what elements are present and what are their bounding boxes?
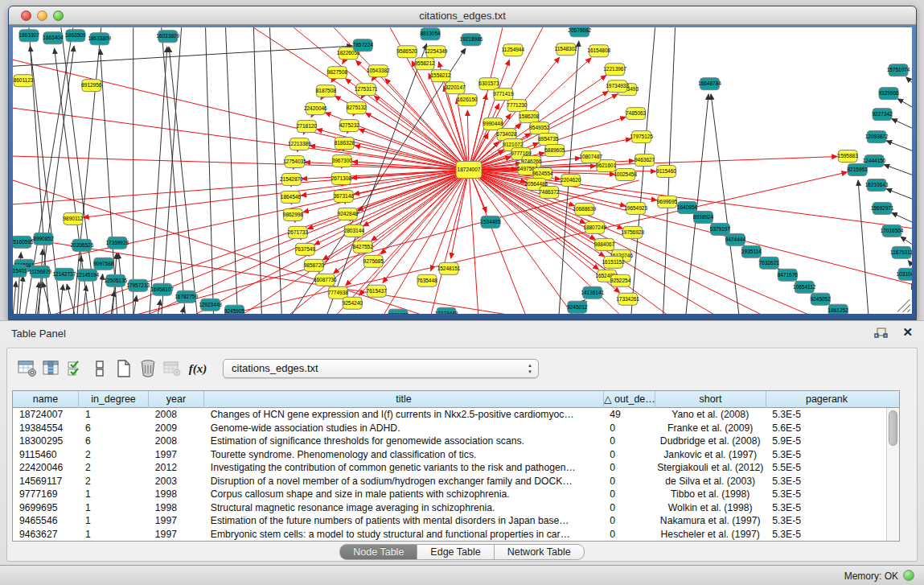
graph-node[interactable]: 9245905 (224, 305, 245, 314)
graph-node[interactable]: 9549352 (529, 122, 550, 134)
column-header-0[interactable]: name (13, 391, 79, 408)
graph-node[interactable]: 12254349 (425, 46, 448, 58)
graph-node[interactable]: 9097588 (93, 257, 114, 270)
column-visibility-icon[interactable] (39, 357, 64, 380)
graph-node[interactable]: 9245052 (811, 293, 832, 305)
graph-node[interactable]: 3220147 (445, 82, 466, 94)
close-panel-icon[interactable]: ✕ (902, 325, 913, 340)
graph-node[interactable]: 8954735 (538, 134, 559, 146)
graph-node[interactable]: 2718120 (297, 121, 318, 133)
graph-node[interactable]: 8187508 (316, 85, 337, 97)
graph-node[interactable]: 12223449 (435, 307, 458, 314)
graph-node[interactable]: 1863307 (18, 30, 39, 42)
function-builder-icon[interactable]: f(x) (184, 357, 211, 380)
graph-node[interactable]: 20578682 (568, 27, 591, 37)
graph-node[interactable]: 9242848 (338, 208, 359, 220)
graph-node[interactable]: 10807487 (579, 151, 602, 163)
graph-node[interactable]: 9827508 (327, 67, 348, 79)
table-row[interactable]: 2242004622012Investigating the contribut… (13, 461, 886, 475)
graph-node[interactable]: 10310495 (897, 268, 912, 280)
table-row[interactable]: 1830029562008Estimation of significance … (13, 435, 886, 448)
graph-node[interactable]: 12754035 (283, 156, 306, 168)
graph-node[interactable]: 9858720 (304, 259, 325, 271)
graph-node[interactable]: 9890112 (64, 212, 84, 225)
graph-node[interactable]: 9115460 (656, 166, 676, 178)
graph-node[interactable]: 17334261 (616, 293, 639, 305)
column-header-4[interactable]: △ out_de… (604, 391, 655, 408)
graph-node[interactable]: 1863509 (65, 30, 86, 42)
graph-node[interactable]: 18807249 (583, 221, 606, 233)
graph-node[interactable]: 8471676 (778, 269, 799, 281)
graph-node[interactable]: 1626150 (457, 94, 478, 106)
graph-node[interactable]: 1586208 (519, 111, 540, 123)
graph-node[interactable]: 12923448 (199, 299, 222, 311)
graph-node[interactable]: 21542870 (280, 173, 303, 185)
graph-node[interactable]: 16087736 (314, 274, 337, 286)
table-scrollbar[interactable] (886, 408, 899, 541)
graph-node[interactable]: 7635448 (417, 274, 437, 286)
graph-node[interactable]: 12213389 (288, 138, 311, 150)
graph-node[interactable]: 7771230 (507, 100, 528, 112)
graph-node[interactable]: 6379197 (710, 223, 731, 235)
graph-node[interactable]: 9884067 (594, 238, 615, 250)
table-settings-icon[interactable] (15, 357, 39, 380)
table-row[interactable]: 1872400712008Changes of HCN gene express… (13, 408, 886, 422)
graph-node[interactable]: 9227342 (872, 109, 893, 121)
graph-node[interactable]: 9558212 (414, 58, 435, 70)
rows-icon[interactable] (88, 357, 112, 380)
column-header-2[interactable]: year (149, 391, 204, 408)
table-row[interactable]: 1456911722003Disruption of a novel membe… (13, 475, 886, 488)
graph-node[interactable]: 20206526 (70, 239, 93, 251)
graph-node[interactable]: 19734933 (606, 80, 629, 93)
graph-node[interactable]: 7637549 (295, 243, 316, 255)
graph-node[interactable]: 11156829 (29, 266, 51, 278)
graph-node[interactable]: 3673148 (334, 190, 355, 202)
graph-node[interactable]: 9586520 (397, 46, 418, 58)
graph-node[interactable]: 8938924 (693, 211, 714, 223)
new-document-icon[interactable] (112, 357, 136, 380)
graph-node[interactable]: 15692971 (871, 202, 894, 214)
graph-node[interactable]: 9252254 (610, 274, 631, 286)
graph-node[interactable]: 1558212 (430, 70, 451, 82)
graph-node[interactable]: 10543382 (367, 65, 390, 77)
graph-node[interactable]: 25160595 (13, 236, 34, 248)
graph-node[interactable]: 16782759 (175, 290, 198, 303)
graph-node[interactable]: 8275132 (347, 102, 368, 114)
graph-node[interactable]: 7857224 (353, 39, 374, 51)
graph-node[interactable]: 9463627 (634, 154, 655, 167)
table-row[interactable]: 1938455462009Genome-wide association stu… (13, 422, 886, 435)
row-check-icon[interactable] (64, 357, 88, 380)
graph-node[interactable]: 2935114 (741, 245, 762, 257)
graph-node[interactable]: 16648784 (698, 78, 721, 90)
graph-node[interactable]: 17016504 (881, 225, 904, 237)
graph-node[interactable]: 10688639 (573, 203, 596, 215)
table-row[interactable]: 946362711997Embryonic stem cells: a mode… (13, 528, 886, 542)
graph-node[interactable]: 6889605 (544, 145, 565, 157)
graph-node[interactable]: 12142737 (52, 268, 76, 280)
graph-node[interactable]: 14136141 (581, 286, 604, 299)
column-header-5[interactable]: short (655, 391, 766, 408)
graph-node[interactable]: 11548302 (555, 43, 578, 56)
graph-node[interactable]: 10025458 (614, 169, 637, 181)
graph-node[interactable]: 2204620 (561, 174, 581, 186)
graph-node[interactable]: 9699695 (657, 196, 678, 208)
graph-node[interactable]: 8813054 (420, 28, 441, 40)
graph-node[interactable]: 16033809 (156, 31, 179, 43)
graph-node[interactable]: 2803144 (344, 225, 365, 237)
graph-node[interactable]: 9771419 (493, 89, 514, 101)
graph-node[interactable]: 8601123 (14, 75, 34, 87)
graph-node[interactable]: 18633809 (88, 33, 111, 45)
table-row[interactable]: 946554611997Estimation of the future num… (13, 514, 886, 528)
graph-node[interactable]: 3915401 (13, 265, 27, 277)
graph-node[interactable]: 18724007 (456, 162, 482, 179)
graph-node[interactable]: 12753171 (355, 84, 378, 96)
window-resize-grip[interactable] (897, 299, 910, 312)
table-source-select[interactable]: citations_edges.txt ▲▼ (223, 359, 539, 378)
float-panel-icon[interactable] (874, 328, 889, 340)
graph-node[interactable]: 12213967 (603, 64, 626, 76)
graph-node[interactable]: 17957233 (126, 279, 150, 291)
graph-node[interactable]: 19654923 (624, 202, 647, 214)
graph-node[interactable]: 10654112 (793, 281, 816, 293)
graph-node[interactable]: 11254944 (502, 44, 525, 56)
graph-node[interactable]: 19756928 (621, 226, 644, 238)
